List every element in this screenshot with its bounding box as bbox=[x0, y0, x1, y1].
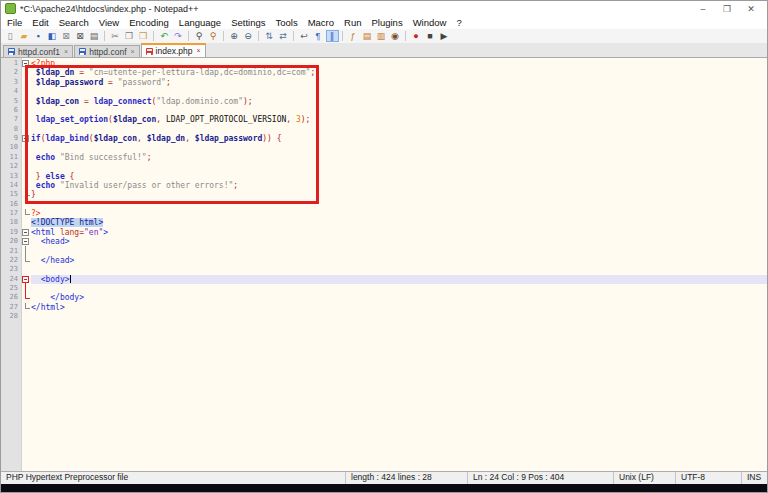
tab-close-icon[interactable]: × bbox=[131, 48, 135, 56]
code-line-19: 19<html lang="en"> bbox=[1, 228, 767, 237]
code-text[interactable] bbox=[31, 312, 767, 321]
minimize-button[interactable]: – bbox=[691, 2, 715, 16]
code-text[interactable] bbox=[31, 87, 767, 96]
line-number: 8 bbox=[1, 125, 21, 134]
menu-item-edit[interactable]: Edit bbox=[27, 17, 53, 28]
fold-marker[interactable] bbox=[21, 59, 31, 68]
print-icon[interactable]: ▤ bbox=[88, 30, 101, 42]
fold-marker bbox=[21, 209, 31, 218]
fold-marker[interactable] bbox=[21, 237, 31, 246]
menu-item-language[interactable]: Language bbox=[174, 17, 226, 28]
stop-macro-icon[interactable]: ■ bbox=[424, 30, 437, 42]
code-text[interactable]: echo "Bind successful!"; bbox=[31, 153, 767, 162]
status-eol-format: Unix (LF) bbox=[613, 472, 675, 484]
menu-item-window[interactable]: Window bbox=[408, 17, 452, 28]
code-text[interactable] bbox=[31, 162, 767, 171]
menu-item-plugins[interactable]: Plugins bbox=[366, 17, 407, 28]
save-icon[interactable]: ▪ bbox=[32, 30, 45, 42]
tab-httpd-conf1[interactable]: httpd.conf1× bbox=[3, 45, 73, 57]
tab-label: httpd.conf bbox=[89, 47, 126, 57]
menu-item-macro[interactable]: Macro bbox=[303, 17, 339, 28]
function-list-icon[interactable]: ƒ bbox=[347, 30, 360, 42]
code-text[interactable]: <body> bbox=[31, 275, 767, 284]
code-text[interactable]: $ldap_con = ldap_connect("ldap.dominio.c… bbox=[31, 97, 767, 106]
tab-close-icon[interactable]: × bbox=[64, 48, 68, 56]
show-all-chars-icon[interactable]: ¶ bbox=[312, 30, 325, 42]
cut-icon[interactable]: ✂ bbox=[109, 30, 122, 42]
code-text[interactable] bbox=[31, 143, 767, 152]
code-text[interactable]: $ldap_password = "password"; bbox=[31, 78, 767, 87]
find-icon[interactable]: ⚲ bbox=[193, 30, 206, 42]
code-text[interactable]: } bbox=[31, 190, 767, 199]
menu-item-settings[interactable]: Settings bbox=[226, 17, 270, 28]
close-icon[interactable]: ⊠ bbox=[60, 30, 73, 42]
tab-close-icon[interactable]: × bbox=[196, 47, 200, 55]
code-text[interactable]: <html lang="en"> bbox=[31, 228, 767, 237]
code-text[interactable]: <?php bbox=[31, 59, 767, 68]
code-text[interactable] bbox=[31, 125, 767, 134]
code-text[interactable]: <head> bbox=[31, 237, 767, 246]
open-file-icon[interactable]: ▰ bbox=[18, 30, 31, 42]
record-macro-icon[interactable]: ● bbox=[410, 30, 423, 42]
zoom-out-icon[interactable]: ⊖ bbox=[242, 30, 255, 42]
indent-guide-icon[interactable]: ∥ bbox=[326, 30, 339, 42]
code-text[interactable]: echo "Invalid user/pass or other errors!… bbox=[31, 181, 767, 190]
sync-horizontal-icon[interactable]: ⇄ bbox=[277, 30, 290, 42]
word-wrap-icon[interactable]: ↩ bbox=[298, 30, 311, 42]
monitoring-icon[interactable]: ◉ bbox=[389, 30, 402, 42]
code-text[interactable]: ldap_set_option($ldap_con, LDAP_OPT_PROT… bbox=[31, 115, 767, 124]
redo-icon[interactable]: ↷ bbox=[172, 30, 185, 42]
fold-marker[interactable] bbox=[21, 134, 31, 143]
save-all-icon[interactable]: ◧ bbox=[46, 30, 59, 42]
undo-icon[interactable]: ↶ bbox=[158, 30, 171, 42]
code-text[interactable] bbox=[31, 284, 767, 293]
tab-index-php[interactable]: index.php× bbox=[141, 43, 206, 57]
code-text[interactable] bbox=[31, 106, 767, 115]
menu-item-[interactable]: ? bbox=[451, 17, 466, 28]
fold-margin bbox=[21, 181, 31, 190]
code-line-24: 24 <body> bbox=[1, 275, 767, 284]
new-file-icon[interactable]: ▯ bbox=[4, 30, 17, 42]
replace-icon[interactable]: ⚲ bbox=[207, 30, 220, 42]
code-line-18: 18<!DOCTYPE html> bbox=[1, 218, 767, 227]
menu-item-search[interactable]: Search bbox=[54, 17, 94, 28]
doc-list-icon[interactable]: ▥ bbox=[375, 30, 388, 42]
close-all-icon[interactable]: ⊠ bbox=[74, 30, 87, 42]
code-text[interactable]: <!DOCTYPE html> bbox=[31, 218, 767, 227]
menu-item-view[interactable]: View bbox=[94, 17, 124, 28]
code-text[interactable]: ?> bbox=[31, 209, 767, 218]
doc-map-icon[interactable]: ▤ bbox=[361, 30, 374, 42]
menu-item-encoding[interactable]: Encoding bbox=[124, 17, 174, 28]
play-macro-icon[interactable]: ▶ bbox=[438, 30, 451, 42]
code-text[interactable]: </html> bbox=[31, 303, 767, 312]
code-text[interactable]: </head> bbox=[31, 256, 767, 265]
paste-icon[interactable]: ❒ bbox=[137, 30, 150, 42]
code-text[interactable] bbox=[31, 265, 767, 274]
tab-httpd-conf[interactable]: httpd.conf× bbox=[74, 45, 139, 57]
fold-marker[interactable] bbox=[21, 275, 31, 284]
text-caret bbox=[70, 275, 71, 283]
zoom-in-icon[interactable]: ⊕ bbox=[228, 30, 241, 42]
fold-margin bbox=[21, 143, 31, 152]
code-line-5: 5 $ldap_con = ldap_connect("ldap.dominio… bbox=[1, 97, 767, 106]
close-button[interactable]: ✕ bbox=[739, 2, 763, 16]
code-editor[interactable]: 1<?php2 $ldap_dn = "cn=utente-per-lettur… bbox=[1, 57, 767, 471]
menu-item-run[interactable]: Run bbox=[339, 17, 366, 28]
code-text[interactable] bbox=[31, 247, 767, 256]
code-text[interactable]: } else { bbox=[31, 172, 767, 181]
code-text[interactable]: </body> bbox=[31, 293, 767, 302]
menu-item-tools[interactable]: Tools bbox=[270, 17, 302, 28]
copy-icon[interactable]: ❐ bbox=[123, 30, 136, 42]
code-text[interactable]: if(ldap_bind($ldap_con, $ldap_dn, $ldap_… bbox=[31, 134, 767, 143]
line-number: 15 bbox=[1, 190, 21, 199]
code-line-22: 22 </head> bbox=[1, 256, 767, 265]
fold-marker[interactable] bbox=[21, 228, 31, 237]
fold-margin bbox=[21, 153, 31, 162]
status-doc-type: PHP Hypertext Preprocessor file bbox=[1, 472, 345, 484]
line-number: 4 bbox=[1, 87, 21, 96]
code-text[interactable]: $ldap_dn = "cn=utente-per-lettura-ldap,d… bbox=[31, 68, 767, 77]
menu-item-file[interactable]: File bbox=[2, 17, 27, 28]
code-text[interactable] bbox=[31, 200, 767, 209]
maximize-button[interactable]: ❐ bbox=[715, 2, 739, 16]
sync-vertical-icon[interactable]: ⇅ bbox=[263, 30, 276, 42]
